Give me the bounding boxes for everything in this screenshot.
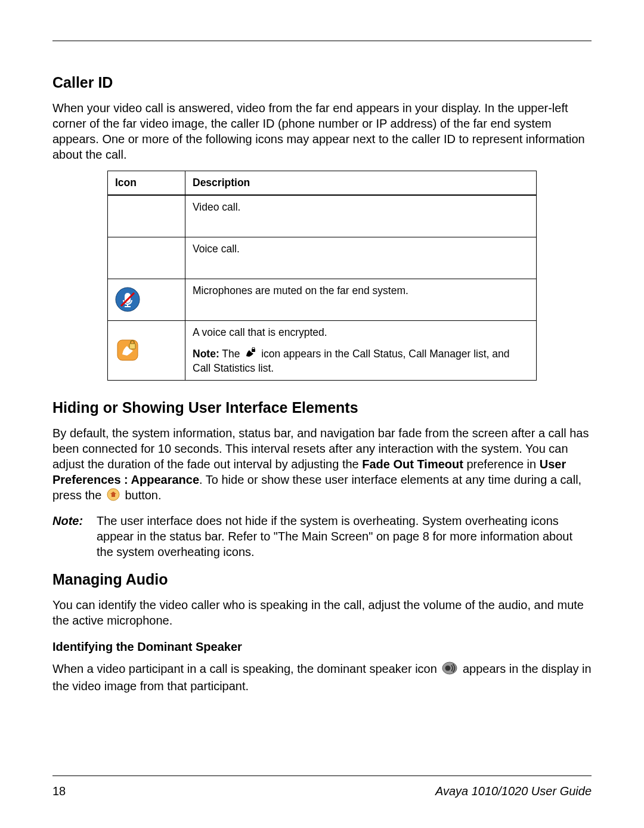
heading-dominant-speaker: Identifying the Dominant Speaker [52, 640, 592, 654]
svg-point-9 [445, 665, 451, 671]
text: button. [122, 489, 162, 502]
dominant-speaker-icon [442, 662, 457, 678]
note-label: Note: [193, 348, 219, 360]
para-caller-id: When your video call is answered, video … [52, 100, 592, 162]
video-call-icon [108, 195, 185, 237]
note-label: Note: [52, 513, 97, 560]
note-block: Note: The user interface does not hide i… [52, 513, 592, 560]
svg-rect-6 [252, 349, 255, 352]
table-row: Microphones are muted on the far end sys… [108, 279, 537, 320]
table-row: Video call. [108, 195, 537, 237]
voice-call-icon [108, 237, 185, 279]
para-hiding: By default, the system information, stat… [52, 425, 592, 505]
page-number: 18 [52, 784, 66, 798]
bold-fade-out-timeout: Fade Out Timeout [362, 458, 463, 471]
para-dominant-speaker: When a video participant in a call is sp… [52, 661, 592, 694]
svg-rect-5 [129, 344, 135, 349]
table-cell-desc: Microphones are muted on the far end sys… [185, 279, 537, 320]
note-body: The user interface does not hide if the … [97, 513, 592, 560]
table-cell-desc: Video call. [185, 195, 537, 237]
encrypted-desc-line: A voice call that is encrypted. [193, 326, 529, 339]
note-text-a: The [219, 348, 243, 360]
page-content: Caller ID When your video call is answer… [52, 73, 592, 758]
icon-table: Icon Description Video call. Voice call. [107, 171, 537, 381]
para-managing-audio: You can identify the video caller who is… [52, 597, 592, 628]
home-button-icon [107, 488, 120, 505]
heading-hiding: Hiding or Showing User Interface Element… [52, 398, 592, 417]
encrypted-voice-icon [108, 320, 185, 380]
encrypted-note: Note: The icon appears in the Call Statu… [193, 347, 529, 375]
table-row: A voice call that is encrypted. Note: Th… [108, 320, 537, 380]
table-cell-desc: Voice call. [185, 237, 537, 279]
top-rule [52, 41, 592, 41]
page-footer: 18 Avaya 1010/1020 User Guide [52, 776, 592, 798]
text: When a video participant in a call is sp… [52, 662, 440, 675]
mic-muted-icon [108, 279, 185, 320]
text: preference in [463, 458, 540, 471]
table-cell-desc: A voice call that is encrypted. Note: Th… [185, 320, 537, 380]
footer-title: Avaya 1010/1020 User Guide [435, 784, 592, 798]
heading-managing-audio: Managing Audio [52, 570, 592, 589]
phone-lock-icon [244, 347, 256, 362]
table-header-description: Description [185, 171, 537, 196]
heading-caller-id: Caller ID [52, 73, 592, 92]
table-header-icon: Icon [108, 171, 185, 196]
table-row: Voice call. [108, 237, 537, 279]
